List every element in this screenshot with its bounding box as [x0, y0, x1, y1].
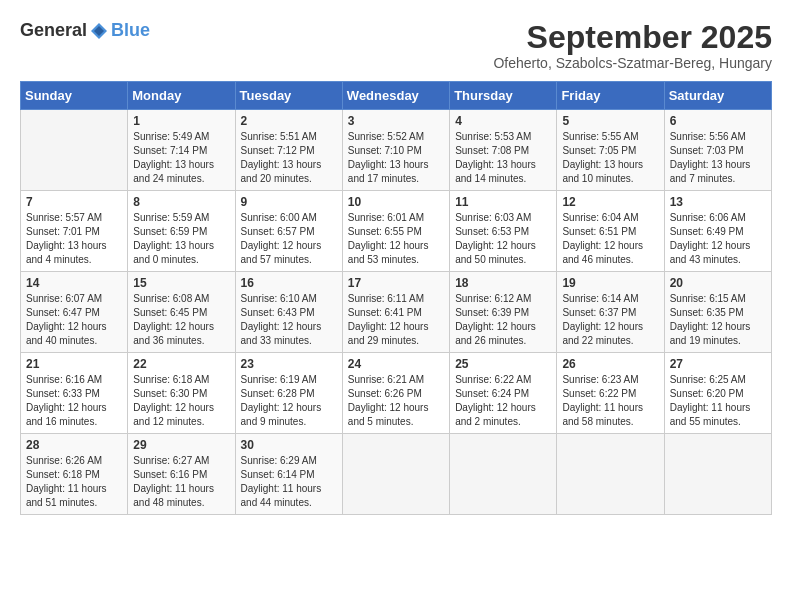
title-area: September 2025 Ofeherto, Szabolcs-Szatma…	[493, 20, 772, 71]
weekday-header-sunday: Sunday	[21, 82, 128, 110]
day-number: 2	[241, 114, 337, 128]
day-info: Sunrise: 5:57 AMSunset: 7:01 PMDaylight:…	[26, 211, 122, 267]
calendar-cell	[450, 434, 557, 515]
day-number: 28	[26, 438, 122, 452]
day-number: 23	[241, 357, 337, 371]
calendar-cell: 8Sunrise: 5:59 AMSunset: 6:59 PMDaylight…	[128, 191, 235, 272]
day-number: 30	[241, 438, 337, 452]
day-info: Sunrise: 6:25 AMSunset: 6:20 PMDaylight:…	[670, 373, 766, 429]
day-info: Sunrise: 5:53 AMSunset: 7:08 PMDaylight:…	[455, 130, 551, 186]
day-number: 15	[133, 276, 229, 290]
day-info: Sunrise: 6:22 AMSunset: 6:24 PMDaylight:…	[455, 373, 551, 429]
day-info: Sunrise: 6:07 AMSunset: 6:47 PMDaylight:…	[26, 292, 122, 348]
calendar-cell: 13Sunrise: 6:06 AMSunset: 6:49 PMDayligh…	[664, 191, 771, 272]
day-number: 3	[348, 114, 444, 128]
day-info: Sunrise: 6:23 AMSunset: 6:22 PMDaylight:…	[562, 373, 658, 429]
calendar-cell: 23Sunrise: 6:19 AMSunset: 6:28 PMDayligh…	[235, 353, 342, 434]
day-info: Sunrise: 5:55 AMSunset: 7:05 PMDaylight:…	[562, 130, 658, 186]
day-info: Sunrise: 5:51 AMSunset: 7:12 PMDaylight:…	[241, 130, 337, 186]
calendar-cell: 7Sunrise: 5:57 AMSunset: 7:01 PMDaylight…	[21, 191, 128, 272]
page-header: General Blue September 2025 Ofeherto, Sz…	[20, 20, 772, 71]
day-number: 22	[133, 357, 229, 371]
month-title: September 2025	[493, 20, 772, 55]
day-number: 10	[348, 195, 444, 209]
day-number: 12	[562, 195, 658, 209]
calendar-cell: 21Sunrise: 6:16 AMSunset: 6:33 PMDayligh…	[21, 353, 128, 434]
calendar-cell: 9Sunrise: 6:00 AMSunset: 6:57 PMDaylight…	[235, 191, 342, 272]
weekday-header-friday: Friday	[557, 82, 664, 110]
calendar-cell: 12Sunrise: 6:04 AMSunset: 6:51 PMDayligh…	[557, 191, 664, 272]
day-info: Sunrise: 5:59 AMSunset: 6:59 PMDaylight:…	[133, 211, 229, 267]
calendar-cell: 10Sunrise: 6:01 AMSunset: 6:55 PMDayligh…	[342, 191, 449, 272]
calendar-week-5: 28Sunrise: 6:26 AMSunset: 6:18 PMDayligh…	[21, 434, 772, 515]
logo: General Blue	[20, 20, 150, 41]
calendar-cell: 26Sunrise: 6:23 AMSunset: 6:22 PMDayligh…	[557, 353, 664, 434]
day-number: 4	[455, 114, 551, 128]
day-number: 16	[241, 276, 337, 290]
weekday-header-wednesday: Wednesday	[342, 82, 449, 110]
day-number: 24	[348, 357, 444, 371]
calendar-cell: 6Sunrise: 5:56 AMSunset: 7:03 PMDaylight…	[664, 110, 771, 191]
day-info: Sunrise: 6:08 AMSunset: 6:45 PMDaylight:…	[133, 292, 229, 348]
day-number: 11	[455, 195, 551, 209]
day-number: 14	[26, 276, 122, 290]
calendar-cell	[664, 434, 771, 515]
calendar-cell: 17Sunrise: 6:11 AMSunset: 6:41 PMDayligh…	[342, 272, 449, 353]
calendar-cell: 2Sunrise: 5:51 AMSunset: 7:12 PMDaylight…	[235, 110, 342, 191]
calendar-cell: 16Sunrise: 6:10 AMSunset: 6:43 PMDayligh…	[235, 272, 342, 353]
calendar-cell: 3Sunrise: 5:52 AMSunset: 7:10 PMDaylight…	[342, 110, 449, 191]
day-info: Sunrise: 6:19 AMSunset: 6:28 PMDaylight:…	[241, 373, 337, 429]
calendar-cell: 25Sunrise: 6:22 AMSunset: 6:24 PMDayligh…	[450, 353, 557, 434]
day-number: 6	[670, 114, 766, 128]
calendar-week-1: 1Sunrise: 5:49 AMSunset: 7:14 PMDaylight…	[21, 110, 772, 191]
day-info: Sunrise: 6:06 AMSunset: 6:49 PMDaylight:…	[670, 211, 766, 267]
day-number: 26	[562, 357, 658, 371]
day-info: Sunrise: 6:29 AMSunset: 6:14 PMDaylight:…	[241, 454, 337, 510]
logo-blue: Blue	[111, 20, 150, 41]
day-info: Sunrise: 6:14 AMSunset: 6:37 PMDaylight:…	[562, 292, 658, 348]
location-title: Ofeherto, Szabolcs-Szatmar-Bereg, Hungar…	[493, 55, 772, 71]
day-number: 7	[26, 195, 122, 209]
day-info: Sunrise: 6:10 AMSunset: 6:43 PMDaylight:…	[241, 292, 337, 348]
day-info: Sunrise: 6:15 AMSunset: 6:35 PMDaylight:…	[670, 292, 766, 348]
calendar-cell: 27Sunrise: 6:25 AMSunset: 6:20 PMDayligh…	[664, 353, 771, 434]
day-number: 8	[133, 195, 229, 209]
logo-icon	[89, 21, 109, 41]
day-number: 19	[562, 276, 658, 290]
calendar-week-3: 14Sunrise: 6:07 AMSunset: 6:47 PMDayligh…	[21, 272, 772, 353]
calendar-table: SundayMondayTuesdayWednesdayThursdayFrid…	[20, 81, 772, 515]
calendar-cell: 18Sunrise: 6:12 AMSunset: 6:39 PMDayligh…	[450, 272, 557, 353]
day-number: 21	[26, 357, 122, 371]
day-info: Sunrise: 6:26 AMSunset: 6:18 PMDaylight:…	[26, 454, 122, 510]
day-info: Sunrise: 6:01 AMSunset: 6:55 PMDaylight:…	[348, 211, 444, 267]
day-info: Sunrise: 6:11 AMSunset: 6:41 PMDaylight:…	[348, 292, 444, 348]
calendar-cell: 24Sunrise: 6:21 AMSunset: 6:26 PMDayligh…	[342, 353, 449, 434]
calendar-cell: 28Sunrise: 6:26 AMSunset: 6:18 PMDayligh…	[21, 434, 128, 515]
day-number: 18	[455, 276, 551, 290]
day-info: Sunrise: 6:18 AMSunset: 6:30 PMDaylight:…	[133, 373, 229, 429]
day-info: Sunrise: 5:56 AMSunset: 7:03 PMDaylight:…	[670, 130, 766, 186]
calendar-cell: 15Sunrise: 6:08 AMSunset: 6:45 PMDayligh…	[128, 272, 235, 353]
day-info: Sunrise: 6:04 AMSunset: 6:51 PMDaylight:…	[562, 211, 658, 267]
weekday-header-row: SundayMondayTuesdayWednesdayThursdayFrid…	[21, 82, 772, 110]
day-info: Sunrise: 6:12 AMSunset: 6:39 PMDaylight:…	[455, 292, 551, 348]
calendar-cell: 19Sunrise: 6:14 AMSunset: 6:37 PMDayligh…	[557, 272, 664, 353]
day-number: 1	[133, 114, 229, 128]
day-number: 29	[133, 438, 229, 452]
logo-general: General	[20, 20, 87, 41]
calendar-cell: 4Sunrise: 5:53 AMSunset: 7:08 PMDaylight…	[450, 110, 557, 191]
calendar-week-2: 7Sunrise: 5:57 AMSunset: 7:01 PMDaylight…	[21, 191, 772, 272]
day-info: Sunrise: 6:03 AMSunset: 6:53 PMDaylight:…	[455, 211, 551, 267]
day-info: Sunrise: 6:27 AMSunset: 6:16 PMDaylight:…	[133, 454, 229, 510]
calendar-cell: 22Sunrise: 6:18 AMSunset: 6:30 PMDayligh…	[128, 353, 235, 434]
day-number: 9	[241, 195, 337, 209]
day-number: 13	[670, 195, 766, 209]
day-number: 27	[670, 357, 766, 371]
day-info: Sunrise: 6:00 AMSunset: 6:57 PMDaylight:…	[241, 211, 337, 267]
weekday-header-tuesday: Tuesday	[235, 82, 342, 110]
calendar-cell: 11Sunrise: 6:03 AMSunset: 6:53 PMDayligh…	[450, 191, 557, 272]
day-number: 5	[562, 114, 658, 128]
day-info: Sunrise: 6:16 AMSunset: 6:33 PMDaylight:…	[26, 373, 122, 429]
day-info: Sunrise: 5:49 AMSunset: 7:14 PMDaylight:…	[133, 130, 229, 186]
calendar-cell: 14Sunrise: 6:07 AMSunset: 6:47 PMDayligh…	[21, 272, 128, 353]
